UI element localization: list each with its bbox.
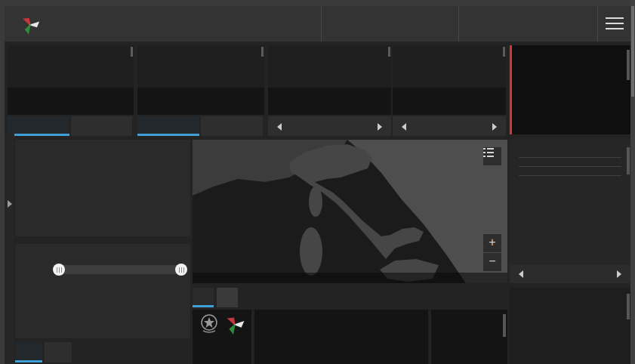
page-scrollbar[interactable] — [630, 0, 635, 364]
kpi-card — [8, 45, 134, 115]
increment-label — [268, 88, 391, 89]
tab-positivi[interactable] — [15, 342, 42, 362]
card-scrollbar[interactable] — [503, 47, 505, 57]
card-scrollbar[interactable] — [388, 47, 390, 57]
protezione-civile-logo-icon — [18, 12, 42, 36]
kpi-card — [137, 45, 264, 115]
andamento-nazionale-chart — [65, 165, 184, 224]
kpi-card — [268, 45, 391, 115]
pager-next-icon[interactable] — [492, 123, 497, 131]
increment-label — [8, 88, 134, 89]
region-row-campania[interactable] — [519, 166, 621, 175]
header-divider — [597, 6, 598, 42]
repubblica-italiana-emblem-icon — [199, 312, 220, 336]
tab-regioni-attuali-positivi[interactable] — [193, 288, 214, 307]
map-zoom-out-button[interactable]: − — [483, 253, 501, 271]
left-chart-tabs — [15, 342, 74, 362]
kpi-increment — [268, 88, 391, 115]
increment-label — [137, 88, 264, 89]
tab-variazione[interactable] — [45, 342, 72, 362]
regions-panel — [510, 140, 630, 283]
time-range-slider[interactable] — [56, 265, 184, 274]
chart-title — [15, 140, 190, 146]
kpi-increment — [8, 88, 134, 115]
legend-list-icon — [483, 147, 494, 158]
card-scrollbar[interactable] — [131, 47, 133, 57]
map-zoom-in-button[interactable]: + — [483, 234, 501, 252]
tab-andamento[interactable] — [71, 116, 133, 136]
kpi-title — [137, 45, 264, 50]
nuovi-positivi-chart — [56, 279, 184, 325]
region-row-lombardia[interactable] — [519, 149, 621, 157]
nuovi-positivi-panel — [15, 244, 190, 338]
slider-handle-right[interactable] — [175, 264, 187, 276]
tab-dati[interactable] — [137, 116, 199, 136]
header-divider — [458, 6, 459, 42]
tab-andamento[interactable] — [201, 116, 263, 136]
chart-title — [15, 244, 190, 250]
italy-map[interactable]: + − — [193, 140, 507, 283]
map-legend-button[interactable] — [483, 147, 501, 165]
left-sidebar-strip — [5, 134, 14, 364]
bottom-tabs — [193, 288, 241, 307]
header-divider — [321, 6, 322, 42]
info-panel — [510, 45, 630, 134]
protezione-civile-logo-box — [193, 310, 251, 364]
andamento-nazionale-panel — [15, 140, 190, 236]
note-panel — [510, 288, 630, 364]
card-pager[interactable] — [268, 116, 391, 136]
kpi-title — [393, 45, 506, 50]
increment-label — [393, 88, 506, 89]
kpi-title — [268, 45, 391, 50]
expand-panel-icon[interactable] — [8, 200, 12, 208]
map-canvas — [193, 140, 507, 283]
region-row-veneto[interactable] — [519, 157, 621, 166]
pager-prev-icon[interactable] — [402, 123, 406, 131]
tab-dati[interactable] — [8, 116, 69, 136]
kpi-totale-casi — [393, 45, 506, 136]
kpi-dimessi-guariti — [137, 45, 264, 136]
hamburger-menu-icon[interactable] — [606, 17, 624, 30]
region-row-lazio[interactable] — [519, 175, 621, 184]
regions-pager[interactable] — [510, 265, 630, 283]
note-scrollbar[interactable] — [627, 294, 630, 319]
download-scrollbar[interactable] — [503, 314, 506, 337]
kpi-increment — [393, 88, 506, 115]
info-scrollbar[interactable] — [627, 50, 630, 80]
protezione-civile-star-icon — [224, 312, 245, 336]
slider-handle-left[interactable] — [53, 264, 65, 276]
kpi-deceduti — [268, 45, 391, 136]
kpi-increment — [137, 88, 264, 115]
kpi-card — [393, 45, 506, 115]
pager-next-icon[interactable] — [378, 123, 382, 131]
pager-prev-icon[interactable] — [519, 270, 523, 278]
tab-province-casi-totali[interactable] — [217, 288, 238, 307]
header — [5, 6, 630, 42]
pager-next-icon[interactable] — [617, 270, 621, 278]
pager-prev-icon[interactable] — [277, 123, 282, 131]
license-box — [254, 310, 428, 364]
map-attribution — [193, 273, 507, 283]
kpi-attuali-positivi — [8, 45, 134, 136]
dashboard: + − — [5, 6, 630, 364]
kpi-title — [8, 45, 134, 50]
card-pager[interactable] — [393, 116, 506, 136]
card-scrollbar[interactable] — [261, 47, 264, 57]
regions-scrollbar[interactable] — [627, 147, 630, 174]
download-box — [431, 310, 507, 364]
dashboard-root: + − — [0, 0, 635, 364]
